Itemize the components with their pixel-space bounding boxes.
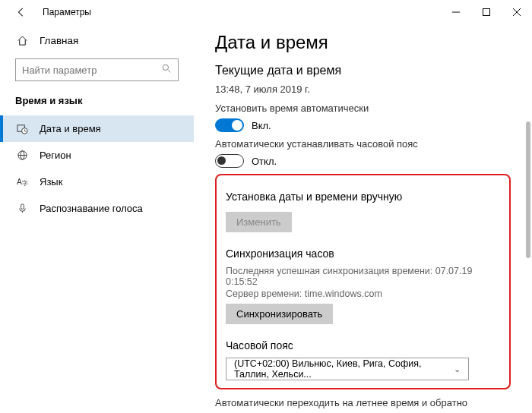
svg-rect-1 bbox=[483, 9, 490, 16]
auto-tz-toggle[interactable] bbox=[215, 154, 244, 168]
nav-label: Распознавание голоса bbox=[40, 203, 143, 214]
auto-time-state: Вкл. bbox=[252, 120, 271, 131]
window-title: Параметры bbox=[43, 7, 91, 17]
timezone-dropdown[interactable]: (UTC+02:00) Вильнюс, Киев, Рига, София, … bbox=[226, 358, 469, 380]
maximize-button[interactable] bbox=[471, 0, 502, 24]
nav-language[interactable]: A字 Язык bbox=[0, 169, 194, 195]
back-button[interactable] bbox=[14, 5, 29, 20]
timezone-title: Часовой пояс bbox=[226, 339, 500, 352]
calendar-clock-icon bbox=[15, 123, 29, 134]
svg-rect-15 bbox=[21, 204, 24, 210]
home-label: Главная bbox=[40, 35, 78, 46]
timezone-value: (UTC+02:00) Вильнюс, Киев, Рига, София, … bbox=[234, 358, 454, 380]
current-datetime-heading: Текущие дата и время bbox=[215, 64, 511, 77]
svg-text:字: 字 bbox=[21, 179, 27, 187]
content-area: Дата и время Текущие дата и время 13:48,… bbox=[194, 24, 532, 413]
highlight-box: Установка даты и времени вручную Изменит… bbox=[215, 174, 511, 389]
search-input[interactable] bbox=[22, 65, 162, 76]
chevron-down-icon: ⌄ bbox=[454, 364, 461, 374]
nav-date-time[interactable]: Дата и время bbox=[0, 115, 194, 142]
language-icon: A字 bbox=[15, 176, 29, 188]
search-icon bbox=[162, 63, 172, 77]
nav-speech[interactable]: Распознавание голоса bbox=[0, 195, 194, 222]
globe-icon bbox=[15, 150, 29, 161]
home-nav[interactable]: Главная bbox=[0, 30, 194, 51]
nav-label: Язык bbox=[40, 176, 62, 188]
nav-label: Дата и время bbox=[40, 123, 101, 134]
nav-region[interactable]: Регион bbox=[0, 142, 194, 169]
auto-time-label: Установить время автоматически bbox=[215, 102, 511, 114]
minimize-button[interactable] bbox=[441, 0, 471, 24]
auto-tz-state: Откл. bbox=[252, 156, 277, 167]
svg-line-5 bbox=[168, 70, 170, 72]
dst-label: Автоматически переходить на летнее время… bbox=[215, 397, 511, 408]
sync-last-line: Последняя успешная синхронизация времени… bbox=[226, 266, 500, 287]
scrollbar-thumb[interactable] bbox=[526, 121, 530, 258]
nav-label: Регион bbox=[40, 150, 71, 161]
sidebar: Главная Время и язык Дата и время Регион… bbox=[0, 24, 194, 413]
sync-server-line: Сервер времени: time.windows.com bbox=[226, 288, 500, 299]
search-box[interactable] bbox=[15, 58, 179, 81]
close-button[interactable] bbox=[502, 0, 532, 24]
page-title: Дата и время bbox=[215, 32, 511, 53]
manual-set-title: Установка даты и времени вручную bbox=[226, 191, 500, 203]
window-controls bbox=[441, 0, 532, 24]
microphone-icon bbox=[15, 203, 29, 214]
titlebar: Параметры bbox=[0, 0, 532, 24]
auto-tz-label: Автоматически устанавливать часовой пояс bbox=[215, 138, 511, 150]
home-icon bbox=[15, 35, 29, 46]
sync-title: Синхронизация часов bbox=[226, 247, 500, 260]
current-datetime-value: 13:48, 7 июля 2019 г. bbox=[215, 84, 511, 95]
change-button[interactable]: Изменить bbox=[226, 212, 292, 232]
auto-time-toggle[interactable] bbox=[215, 118, 244, 132]
svg-point-4 bbox=[163, 65, 168, 70]
section-title: Время и язык bbox=[0, 92, 194, 115]
sync-button[interactable]: Синхронизировать bbox=[226, 304, 333, 324]
